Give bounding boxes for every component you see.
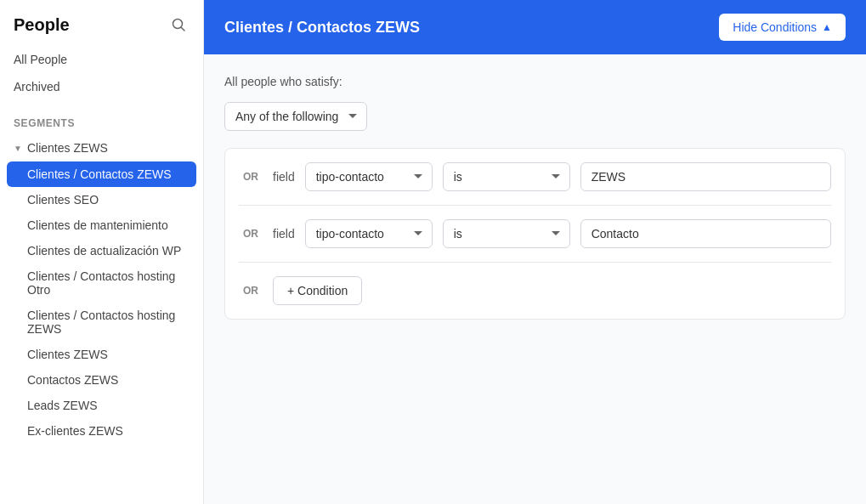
condition-row-1: OR field tipo-contacto is xyxy=(239,162,831,191)
condition-row-2: OR field tipo-contacto is xyxy=(239,219,831,248)
add-condition-button[interactable]: + Condition xyxy=(273,276,362,305)
sidebar-sub-item-1[interactable]: Clientes SEO xyxy=(0,187,203,212)
search-icon xyxy=(171,17,186,32)
satisfy-label: All people who satisfy: xyxy=(224,75,846,88)
sidebar-sub-item-6[interactable]: Clientes ZEWS xyxy=(0,342,203,367)
sidebar-sub-item-8[interactable]: Leads ZEWS xyxy=(0,393,203,418)
field-select-2[interactable]: tipo-contacto xyxy=(305,219,433,248)
chevron-up-icon: ▲ xyxy=(822,21,832,33)
hide-conditions-label: Hide Conditions xyxy=(733,20,817,34)
sidebar-sub-item-9[interactable]: Ex-clientes ZEWS xyxy=(0,418,203,444)
sidebar-title: People xyxy=(14,15,70,35)
main-header: Clientes / Contactos ZEWS Hide Condition… xyxy=(204,0,866,54)
hide-conditions-button[interactable]: Hide Conditions ▲ xyxy=(719,14,846,41)
separator-1 xyxy=(239,205,831,206)
field-label-1: field xyxy=(273,170,295,184)
sidebar-group-clientes-zews[interactable]: ▼ Clientes ZEWS xyxy=(0,134,203,161)
sidebar-group-label: Clientes ZEWS xyxy=(27,141,108,155)
any-of-dropdown: Any of the following xyxy=(224,102,846,131)
sidebar-nav: All People Archived xyxy=(0,46,203,107)
add-condition-row: OR + Condition xyxy=(239,276,831,305)
operator-select-1[interactable]: is xyxy=(443,162,570,191)
sidebar: People All People Archived Segments ▼ Cl… xyxy=(0,0,204,504)
or-badge-add: OR xyxy=(239,285,263,297)
field-select-1[interactable]: tipo-contacto xyxy=(305,162,433,191)
sidebar-sub-item-5[interactable]: Clientes / Contactos hosting ZEWS xyxy=(0,303,203,342)
main-content: All people who satisfy: Any of the follo… xyxy=(204,54,866,504)
any-of-select[interactable]: Any of the following xyxy=(224,102,367,131)
page-title: Clientes / Contactos ZEWS xyxy=(224,19,705,37)
separator-2 xyxy=(239,262,831,263)
value-input-2[interactable] xyxy=(580,219,831,248)
sidebar-sub-item-3[interactable]: Clientes de actualización WP xyxy=(0,238,203,263)
conditions-container: OR field tipo-contacto is OR field tipo-… xyxy=(224,148,846,320)
search-button[interactable] xyxy=(167,14,190,36)
field-label-2: field xyxy=(273,227,295,241)
sidebar-sub-item-4[interactable]: Clientes / Contactos hosting Otro xyxy=(0,263,203,303)
value-input-1[interactable] xyxy=(580,162,831,191)
sidebar-sub-item-2[interactable]: Clientes de mantenimiento xyxy=(0,212,203,238)
sidebar-sub-item-0[interactable]: Clientes / Contactos ZEWS xyxy=(7,161,196,187)
sidebar-items-list: Clientes / Contactos ZEWSClientes SEOCli… xyxy=(0,161,203,444)
add-condition-label: + Condition xyxy=(287,284,348,297)
chevron-down-icon: ▼ xyxy=(14,144,22,153)
svg-point-0 xyxy=(173,20,183,29)
operator-select-2[interactable]: is xyxy=(443,219,570,248)
sidebar-header: People xyxy=(0,0,203,46)
sidebar-item-archived[interactable]: Archived xyxy=(0,73,203,100)
svg-line-1 xyxy=(182,28,185,31)
sidebar-sub-item-7[interactable]: Contactos ZEWS xyxy=(0,367,203,393)
segments-section-label: Segments xyxy=(0,107,203,134)
or-badge-2: OR xyxy=(239,228,263,240)
main-panel: Clientes / Contactos ZEWS Hide Condition… xyxy=(204,0,866,504)
or-badge-1: OR xyxy=(239,171,263,183)
sidebar-item-all-people[interactable]: All People xyxy=(0,46,203,73)
